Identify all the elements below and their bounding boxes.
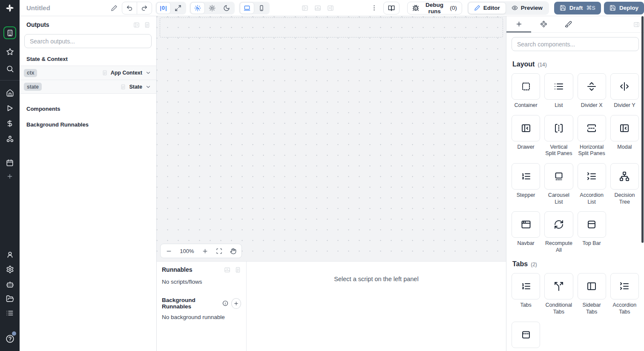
draft-button[interactable]: Draft ⌘S [554, 2, 601, 14]
theme-dark-button[interactable] [219, 2, 234, 14]
component-card-divider-y[interactable]: Divider Y [610, 73, 639, 109]
component-card-conditional-tabs[interactable]: Conditional Tabs [544, 273, 573, 315]
sidebar-item-search[interactable] [3, 62, 16, 75]
zoom-in-button[interactable] [202, 248, 208, 254]
component-card-horizontal-split-panes[interactable]: Horizontal Split Panes [578, 115, 606, 157]
panel-right-close-icon[interactable] [633, 21, 640, 28]
zoom-out-button[interactable] [166, 248, 172, 254]
component-card-component[interactable] [512, 322, 540, 351]
star-icon [6, 48, 14, 56]
panel-collapse-icon[interactable] [133, 22, 140, 28]
outputs-title: Outputs [26, 21, 49, 28]
redo-button[interactable] [137, 2, 152, 14]
sidebar-item-schedules[interactable] [3, 156, 16, 169]
sidebar-item-runs[interactable] [3, 102, 16, 115]
component-card-accordion-tabs[interactable]: Accordion Tabs [610, 273, 639, 315]
sun-moon-icon [194, 5, 201, 12]
editor-mode-tab[interactable]: Editor [468, 2, 506, 14]
app-editor: Untitled |0| Debug r [0, 0, 644, 351]
undo-button[interactable] [122, 2, 137, 14]
component-card-decision-tree[interactable]: Decision Tree [610, 163, 639, 205]
sidebar-divider [0, 80, 20, 81]
sidebar-tabs-icon [586, 281, 597, 291]
component-card-recompute-all[interactable]: Recompute All [544, 211, 573, 253]
save-icon [560, 5, 566, 11]
theme-auto-button[interactable] [190, 2, 205, 14]
app-canvas[interactable]: 100% [157, 16, 506, 261]
panel-bottom-icon[interactable] [224, 267, 230, 273]
device-group [239, 2, 270, 14]
tab-insert-component[interactable] [506, 16, 531, 32]
search-icon [6, 65, 14, 73]
tab-styling[interactable] [556, 16, 581, 32]
fit-view-button[interactable] [171, 2, 185, 14]
preview-mode-tab[interactable]: Preview [506, 2, 548, 14]
sidebar-item-home[interactable] [3, 86, 16, 99]
sidebar-item-favorites[interactable] [3, 45, 16, 58]
deploy-button[interactable]: Deploy [604, 2, 644, 14]
debug-runs-button[interactable]: Debug runs (0) [407, 2, 462, 14]
edit-title-button[interactable] [111, 5, 118, 12]
toggle-left-panel-button[interactable] [302, 5, 308, 12]
hand-icon [230, 248, 236, 254]
toggle-bottom-panel-button[interactable] [314, 5, 321, 12]
output-row-state[interactable]: stateState [20, 80, 156, 94]
sidebar-item-apps[interactable] [3, 26, 16, 39]
zoom-reset-button[interactable]: |0| [156, 2, 171, 14]
no-background-text: No background runnable [162, 314, 241, 320]
component-sections: Layout(14)ContainerListDivider XDivider … [506, 60, 644, 351]
navbar-icon [521, 219, 531, 230]
bug-icon [412, 5, 419, 12]
state-context-rows: ctxApp ContextstateState [20, 66, 156, 94]
desktop-view-button[interactable] [240, 2, 254, 14]
more-menu-button[interactable] [371, 4, 378, 12]
plus-icon [202, 248, 208, 254]
theme-light-button[interactable] [205, 2, 219, 14]
sidebar-item-variables[interactable] [3, 117, 16, 130]
pan-button[interactable] [230, 248, 236, 254]
component-label: Stepper [517, 192, 535, 199]
left-sidebar [0, 0, 20, 351]
sidebar-item-logs[interactable] [3, 307, 16, 319]
scrollbar-thumb[interactable] [641, 16, 644, 243]
component-card-vertical-split-panes[interactable]: Vertical Split Panes [544, 115, 573, 157]
plus-icon [515, 20, 523, 28]
sidebar-item-user[interactable] [3, 248, 16, 261]
tab-component-settings[interactable] [531, 16, 556, 32]
recompute-icon [554, 219, 564, 230]
output-row-ctx[interactable]: ctxApp Context [20, 66, 156, 80]
search-components-input[interactable] [512, 37, 639, 51]
toggle-right-panel-button[interactable] [327, 5, 334, 12]
component-card-modal[interactable]: Modal [610, 115, 639, 157]
component-card-top-bar[interactable]: Top Bar [578, 211, 606, 253]
search-outputs-input[interactable] [24, 34, 152, 48]
sidebar-item-more[interactable] [3, 170, 16, 183]
sidebar-item-settings[interactable] [3, 263, 16, 276]
sidebar-item-workers[interactable] [3, 278, 16, 291]
sidebar-item-folders[interactable] [3, 292, 16, 305]
component-card-stepper[interactable]: Stepper [512, 163, 540, 205]
play-icon [6, 104, 14, 112]
add-background-runnable-button[interactable] [231, 298, 241, 309]
component-card-drawer[interactable]: Drawer [512, 115, 540, 157]
theme-group [190, 2, 235, 14]
windmill-logo[interactable] [0, 0, 20, 16]
component-card-list[interactable]: List [544, 73, 573, 109]
component-label: Recompute All [544, 240, 573, 253]
draft-label: Draft [569, 5, 583, 11]
component-card-navbar[interactable]: Navbar [512, 211, 540, 253]
component-card-sidebar-tabs[interactable]: Sidebar Tabs [578, 273, 606, 315]
fit-screen-button[interactable] [216, 248, 222, 254]
component-card-carousel-list[interactable]: Carousel List [544, 163, 573, 205]
docs-button[interactable] [383, 2, 400, 14]
component-card-tabs[interactable]: Tabs [512, 273, 540, 315]
document-icon[interactable] [144, 22, 150, 28]
document-icon[interactable] [235, 267, 241, 273]
component-card-container[interactable]: Container [512, 73, 540, 109]
mobile-view-button[interactable] [254, 2, 269, 14]
deploy-label: Deploy [619, 5, 638, 11]
sidebar-item-resources[interactable] [3, 132, 16, 145]
component-card-accordion-list[interactable]: Accordion List [578, 163, 606, 205]
plus-icon [6, 173, 13, 180]
component-card-divider-x[interactable]: Divider X [578, 73, 606, 109]
